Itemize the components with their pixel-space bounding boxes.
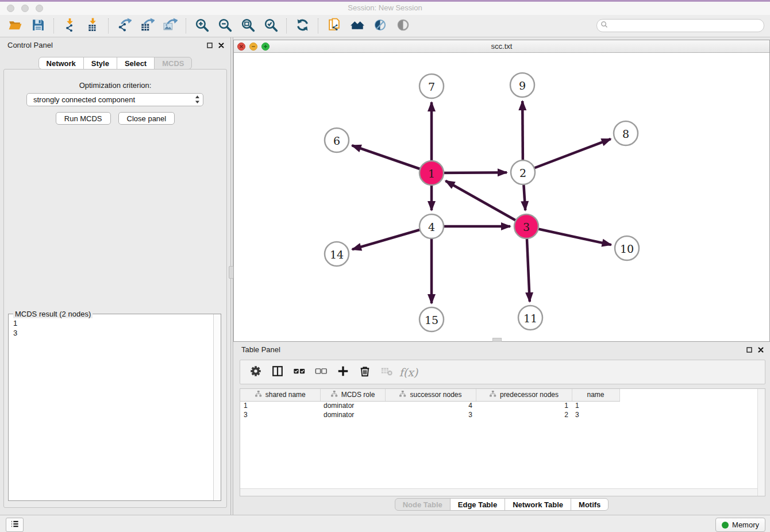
graph-node-9[interactable]: 9: [510, 73, 534, 97]
table-cell[interactable]: 3: [572, 410, 619, 419]
main-toolbar: [0, 15, 770, 37]
hide-details-icon: [373, 18, 387, 34]
search-input[interactable]: [609, 21, 764, 31]
graph-node-2[interactable]: 2: [511, 160, 535, 184]
zoom-selected-button[interactable]: [259, 17, 282, 35]
select-all-button[interactable]: [288, 363, 310, 382]
delete-button[interactable]: [354, 363, 376, 382]
save-session-button[interactable]: [26, 17, 49, 35]
show-panels-button[interactable]: [6, 518, 24, 532]
refresh-layout-button[interactable]: [291, 17, 314, 35]
split-drag-handle[interactable]: [492, 338, 502, 342]
tree-icon: [489, 390, 496, 399]
edge-2-8[interactable]: [523, 139, 611, 172]
network-window-titlebar[interactable]: scc.txt: [234, 40, 769, 53]
function-button: f(x): [398, 363, 419, 382]
network-graph[interactable]: 7968124314101511: [234, 53, 769, 341]
criterion-select[interactable]: strongly connected component: [26, 93, 203, 106]
table-panel-header: Table Panel: [233, 342, 770, 357]
float-panel-icon[interactable]: [746, 345, 753, 356]
tree-icon: [255, 390, 262, 399]
copy-network-button[interactable]: [322, 17, 345, 35]
export-network-icon: [117, 18, 132, 34]
unselect-all-button[interactable]: [310, 363, 332, 382]
graph-node-1[interactable]: 1: [419, 161, 444, 185]
graph-node-14[interactable]: 14: [325, 242, 349, 266]
mcds-result-text[interactable]: 1 3: [9, 317, 213, 500]
graph-node-11[interactable]: 11: [518, 306, 542, 330]
criterion-value: strongly connected component: [33, 95, 135, 104]
tab-node-table[interactable]: Node Table: [395, 498, 451, 511]
tab-edge-table[interactable]: Edge Table: [450, 498, 505, 511]
columns-button[interactable]: [267, 363, 288, 382]
close-panel-icon[interactable]: [218, 41, 225, 51]
graph-node-8[interactable]: 8: [614, 121, 638, 145]
tab-network-table[interactable]: Network Table: [505, 498, 571, 511]
tab-mcds[interactable]: MCDS: [154, 57, 192, 70]
network-canvas[interactable]: 7968124314101511: [234, 53, 769, 341]
graph-node-3[interactable]: 3: [514, 214, 538, 238]
first-neighbors-button[interactable]: [345, 17, 368, 35]
graph-node-10[interactable]: 10: [615, 236, 639, 260]
import-table-button[interactable]: [81, 17, 104, 35]
edge-3-1[interactable]: [445, 181, 526, 226]
table-cell[interactable]: 4: [385, 401, 476, 410]
tab-motifs[interactable]: Motifs: [571, 498, 609, 511]
table-vertical-scrollbar[interactable]: [757, 389, 765, 496]
graph-node-4[interactable]: 4: [419, 214, 444, 238]
table-cell[interactable]: dominator: [320, 410, 385, 419]
result-scrollbar[interactable]: [213, 314, 221, 500]
import-network-button[interactable]: [58, 17, 81, 35]
birdseye-view-button[interactable]: [391, 17, 414, 35]
table-panel: Table Panel f(x) shared nameMCDS rolesuc…: [233, 342, 770, 515]
table-row[interactable]: 1dominator411: [240, 401, 619, 410]
node-label: 15: [425, 314, 438, 326]
graph-node-7[interactable]: 7: [419, 74, 444, 98]
settings-button[interactable]: [245, 363, 267, 382]
table-row[interactable]: 3dominator323: [240, 410, 619, 419]
float-panel-icon[interactable]: [206, 41, 213, 51]
node-label: 10: [620, 242, 634, 255]
zoom-fit-button[interactable]: [236, 17, 259, 35]
zoom-out-button[interactable]: [213, 17, 236, 35]
table-cell[interactable]: 3: [385, 410, 476, 419]
node-label: 8: [622, 128, 629, 140]
graph-node-15[interactable]: 15: [419, 307, 444, 331]
column-header[interactable]: MCDS role: [320, 389, 385, 401]
zoom-in-button[interactable]: [190, 17, 213, 35]
close-panel-button[interactable]: Close panel: [118, 112, 175, 125]
column-header[interactable]: name: [572, 389, 619, 401]
column-header[interactable]: shared name: [240, 389, 320, 401]
table-cell[interactable]: dominator: [320, 401, 385, 410]
graph-node-6[interactable]: 6: [325, 128, 349, 152]
tab-style[interactable]: Style: [83, 57, 117, 70]
table-cell[interactable]: 1: [476, 401, 572, 410]
export-table-button[interactable]: [136, 17, 159, 35]
table-cell[interactable]: 2: [476, 410, 572, 419]
table-cell[interactable]: 3: [240, 410, 320, 419]
mcds-tab-content: Optimization criterion: strongly connect…: [3, 69, 227, 508]
table-cell[interactable]: 1: [240, 401, 320, 410]
export-image-button[interactable]: [159, 17, 182, 35]
unselect-all-icon: [315, 365, 328, 380]
status-bar: Memory: [0, 515, 770, 532]
close-panel-icon[interactable]: [757, 345, 764, 356]
run-mcds-button[interactable]: Run MCDS: [56, 112, 111, 125]
open-session-button[interactable]: [3, 17, 26, 35]
zoom-fit-icon: [241, 18, 255, 34]
tab-network[interactable]: Network: [38, 57, 84, 70]
export-network-button[interactable]: [113, 17, 136, 35]
table-horizontal-scrollbar[interactable]: [240, 488, 757, 496]
search-field[interactable]: [596, 19, 764, 32]
memory-label: Memory: [732, 521, 759, 529]
add-button[interactable]: [332, 363, 354, 382]
node-label: 11: [523, 312, 537, 325]
hide-details-button[interactable]: [368, 17, 391, 35]
memory-button[interactable]: Memory: [715, 518, 765, 532]
delete-table-button: [376, 363, 398, 382]
table-cell[interactable]: 1: [572, 401, 619, 410]
tab-select[interactable]: Select: [117, 57, 155, 70]
column-header[interactable]: successor nodes: [385, 389, 476, 401]
edge-3-10[interactable]: [526, 226, 611, 245]
column-header[interactable]: predecessor nodes: [476, 389, 572, 401]
